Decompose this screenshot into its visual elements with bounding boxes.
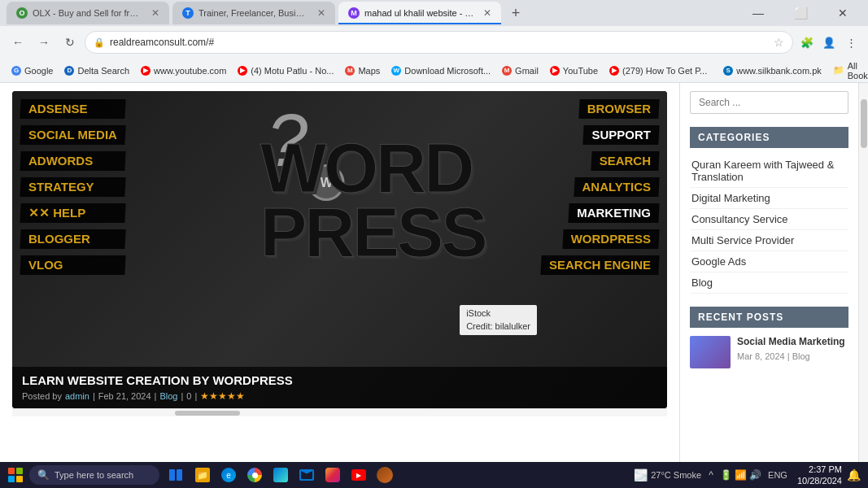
weather-widget[interactable]: 🌫️ 27°C Smoke: [634, 468, 701, 481]
tray-network[interactable]: 📶: [734, 468, 747, 481]
vertical-scrollbar-thumb[interactable]: [861, 99, 867, 148]
category-google-ads[interactable]: Google Ads: [690, 251, 848, 272]
tray-battery[interactable]: 🔋: [719, 468, 732, 481]
bookmark-maps[interactable]: M Maps: [340, 64, 385, 77]
press-text: PRESS: [260, 200, 486, 264]
nav-right-actions: 🧩 👤 ⋮: [796, 32, 861, 53]
taskbar-app-instagram[interactable]: [321, 464, 345, 486]
taskbar-app-edge[interactable]: e: [216, 464, 241, 486]
tag-social-media: SOCIAL MEDIA: [20, 125, 125, 145]
tag-wordpress-right: WORDPRESS: [563, 229, 659, 249]
chrome-icon: [247, 468, 262, 482]
tray-volume[interactable]: 🔊: [748, 468, 761, 481]
banner-left-tags: ADSENSE SOCIAL MEDIA ADWORDS STRATEGY: [20, 99, 125, 277]
tag-adsense: ADSENSE: [20, 99, 125, 119]
horizontal-scrollbar-thumb[interactable]: [175, 411, 240, 416]
clock-time: 2:37 PM: [797, 464, 842, 475]
taskbar-search[interactable]: 🔍 Type here to search: [29, 465, 159, 485]
tab-close-trainer[interactable]: ✕: [317, 7, 325, 19]
tab-close-mahad[interactable]: ✕: [483, 7, 491, 19]
taskbar-app-chrome[interactable]: [242, 464, 267, 486]
author-link[interactable]: admin: [65, 391, 89, 401]
tray-chevron[interactable]: ^: [704, 468, 718, 481]
tab-close-olx[interactable]: ✕: [151, 7, 159, 19]
bookmark-youtube2[interactable]: ▶ YouTube: [545, 64, 603, 77]
tab-olx[interactable]: O OLX - Buy and Sell for free any... ✕: [7, 2, 169, 24]
back-button[interactable]: ←: [7, 31, 29, 54]
category-consultancy[interactable]: Consultancy Service: [690, 209, 848, 230]
notification-button[interactable]: 🔔: [845, 467, 861, 483]
browser-title-bar: O OLX - Buy and Sell for free any... ✕ T…: [0, 0, 868, 26]
bookmark-motu[interactable]: ▶ (4) Motu Patlu - No...: [233, 64, 338, 77]
meta-sep4: |: [194, 391, 197, 401]
bookmark-silkbank[interactable]: S www.silkbank.com.pk: [718, 64, 827, 77]
tab-favicon-trainer: T: [182, 7, 194, 19]
taskbar: 🔍 Type here to search 📁 e: [0, 462, 868, 488]
new-tab-button[interactable]: +: [504, 2, 527, 24]
bookmark-delta[interactable]: D Delta Search: [59, 64, 134, 77]
post-date: Feb 21, 2024: [98, 391, 151, 401]
address-bar[interactable]: 🔒 realdreamconsult.com/# ☆: [85, 31, 793, 54]
bookmark-label-youtube2: YouTube: [563, 66, 598, 76]
taskbar-app-mail[interactable]: [294, 464, 319, 486]
minimize-button[interactable]: —: [739, 2, 777, 24]
tab-favicon-olx: O: [16, 7, 28, 19]
bookmark-label-gmail: Gmail: [515, 66, 539, 76]
wordpress-banner: ADSENSE SOCIAL MEDIA ADWORDS STRATEGY: [12, 91, 667, 408]
bookmark-star-icon[interactable]: ☆: [774, 36, 784, 49]
word-text: WORD: [260, 136, 486, 200]
vertical-scrollbar[interactable]: [858, 83, 868, 462]
bookmark-google[interactable]: G Google: [7, 64, 58, 77]
tab-active-indicator: [338, 23, 501, 24]
bookmark-gmail[interactable]: M Gmail: [497, 64, 543, 77]
menu-button[interactable]: ⋮: [840, 32, 861, 53]
reload-button[interactable]: ↻: [59, 31, 81, 54]
tag-blogger: BLOGGER: [20, 229, 125, 249]
sidebar-search-input[interactable]: [690, 91, 848, 114]
bookmark-howto[interactable]: ▶ (279) How To Get P...: [604, 64, 712, 77]
istock-text: iStock: [466, 307, 530, 320]
taskbar-app-store[interactable]: [268, 464, 293, 486]
category-quran[interactable]: Quran Kareem with Tajweed & Translation: [690, 155, 848, 188]
tag-strategy: STRATEGY: [20, 177, 125, 197]
posted-by-text: Posted by: [22, 391, 62, 401]
tab-label-olx: OLX - Buy and Sell for free any...: [33, 8, 143, 18]
horizontal-scrollbar[interactable]: [12, 408, 667, 416]
system-clock[interactable]: 2:37 PM 10/28/2024: [797, 464, 842, 487]
tab-favicon-mahad: M: [348, 7, 360, 19]
main-content: ADSENSE SOCIAL MEDIA ADWORDS STRATEGY: [0, 83, 679, 462]
recent-post-thumbnail: [690, 336, 731, 368]
taskbar-app-youtube[interactable]: ▶: [347, 464, 371, 486]
tab-trainer[interactable]: T Trainer, Freelancer, Business Pr... ✕: [172, 2, 335, 24]
extensions-button[interactable]: 🧩: [796, 32, 818, 53]
recent-post-info: Social Media Marketing Mar 8, 2024 | Blo…: [737, 336, 845, 361]
store-icon: [273, 468, 288, 482]
post-category[interactable]: Blog: [159, 391, 177, 401]
bookmark-favicon-yt: ▶: [141, 66, 150, 76]
bookmark-favicon-howto: ▶: [609, 66, 619, 76]
recent-post-thumb-img: [690, 336, 731, 368]
bookmark-microsoft[interactable]: W Download Microsoft...: [386, 64, 495, 77]
window-controls: — ⬜ ✕: [739, 2, 861, 24]
category-multi-service[interactable]: Multi Service Provider: [690, 230, 848, 251]
profile-button[interactable]: 👤: [818, 32, 840, 53]
taskbar-app-explorer[interactable]: 📁: [190, 464, 215, 486]
meta-sep3: |: [181, 391, 183, 401]
bookmark-label-youtube: www.youtube.com: [154, 66, 226, 76]
recent-post-item: Social Media Marketing Mar 8, 2024 | Blo…: [690, 336, 848, 368]
taskbar-app-taskview[interactable]: [164, 464, 189, 486]
tab-mahad[interactable]: M mahad ul khalil website - Yaho... ✕: [338, 2, 501, 24]
start-button[interactable]: [3, 464, 28, 486]
forward-button[interactable]: →: [33, 31, 55, 54]
close-button[interactable]: ✕: [824, 2, 861, 24]
bookmark-favicon-maps: M: [345, 66, 355, 76]
recent-post-title[interactable]: Social Media Marketing: [737, 336, 845, 349]
taskbar-app-media[interactable]: [373, 464, 397, 486]
mail-icon: [299, 469, 314, 481]
category-digital-marketing[interactable]: Digital Marketing: [690, 188, 848, 209]
all-bookmarks-button[interactable]: 📁 All Bookmarks: [828, 59, 868, 82]
category-blog[interactable]: Blog: [690, 272, 848, 294]
maximize-button[interactable]: ⬜: [782, 2, 819, 24]
bookmark-youtube[interactable]: ▶ www.youtube.com: [136, 64, 231, 77]
tag-adwords: ADWORDS: [20, 151, 125, 171]
